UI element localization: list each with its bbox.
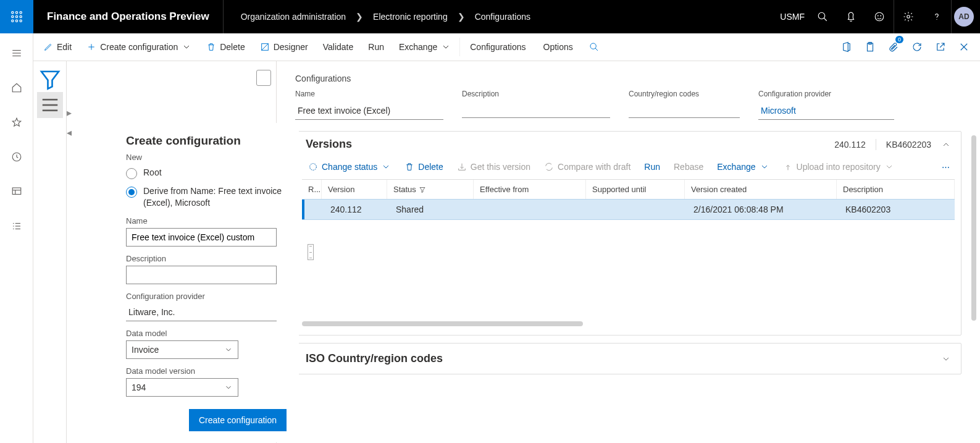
section-title: Configurations xyxy=(295,74,961,83)
create-config-submit-button[interactable]: Create configuration xyxy=(189,409,287,431)
hamburger-icon[interactable] xyxy=(0,42,33,64)
close-icon[interactable] xyxy=(953,33,975,61)
options-tab[interactable]: Options xyxy=(535,33,582,61)
office-icon[interactable] xyxy=(836,33,858,61)
change-status-button[interactable]: Change status xyxy=(302,159,397,174)
compare-button[interactable]: Compare with draft xyxy=(538,159,637,174)
data-model-label: Data model xyxy=(126,329,287,338)
app-launcher-icon[interactable] xyxy=(0,0,33,33)
gear-icon[interactable] xyxy=(894,0,923,33)
status-icon xyxy=(308,162,318,172)
radio-icon xyxy=(126,187,137,198)
designer-button[interactable]: Designer xyxy=(253,33,316,61)
svg-point-3 xyxy=(12,15,14,17)
table-row[interactable]: 240.112 Shared 2/16/2021 06:08:48 PM KB4… xyxy=(302,199,955,220)
filter-icon[interactable] xyxy=(37,66,63,92)
svg-point-7 xyxy=(15,20,17,22)
delete-button[interactable]: Delete xyxy=(398,159,449,174)
column-header[interactable]: Version xyxy=(322,180,387,199)
provider-label: Configuration provider xyxy=(758,90,894,98)
name-value[interactable]: Free text invoice (Excel) xyxy=(295,103,443,120)
more-icon[interactable]: ⋯ xyxy=(937,162,955,172)
tree-expand-icon[interactable]: ▸ xyxy=(67,107,80,119)
clipboard-icon[interactable] xyxy=(859,33,881,61)
attachments-icon[interactable]: 0 xyxy=(882,33,905,61)
column-header[interactable]: R... xyxy=(302,180,322,199)
svg-point-0 xyxy=(12,12,14,14)
refresh-icon[interactable] xyxy=(906,33,928,61)
tree-search-box[interactable] xyxy=(256,70,271,86)
breadcrumb-item[interactable]: Electronic reporting xyxy=(373,12,448,22)
data-model-select[interactable]: Invoice xyxy=(126,340,238,359)
panel-group: New xyxy=(126,153,287,162)
refresh-icon xyxy=(544,162,554,172)
svg-point-8 xyxy=(20,20,22,22)
help-icon[interactable] xyxy=(923,0,951,33)
iso-title: ISO Country/region codes xyxy=(306,352,443,365)
svg-point-41 xyxy=(310,164,317,171)
filter-icon xyxy=(419,186,426,193)
list-icon[interactable] xyxy=(37,92,63,118)
actionbar-search-icon[interactable] xyxy=(582,33,606,61)
provider-link[interactable]: Microsoft xyxy=(758,103,894,120)
description-label: Description xyxy=(462,90,610,98)
column-header[interactable]: Supported until xyxy=(586,180,685,199)
splitter-handle[interactable] xyxy=(308,244,314,260)
chevron-down-icon xyxy=(381,162,391,172)
versions-title: Versions xyxy=(306,138,352,151)
create-config-button[interactable]: Create configuration xyxy=(79,33,199,61)
avatar[interactable]: AD xyxy=(954,7,974,27)
svg-line-33 xyxy=(595,48,598,51)
run-button[interactable]: Run xyxy=(638,159,666,174)
run-button[interactable]: Run xyxy=(361,33,392,61)
description-value[interactable] xyxy=(462,103,610,118)
tree-expand-icon[interactable]: ◂ xyxy=(67,127,80,138)
company-code[interactable]: USMF xyxy=(780,12,808,22)
name-label: Name xyxy=(295,90,443,98)
radio-derive[interactable]: Derive from Name: Free text invoice (Exc… xyxy=(126,185,287,209)
column-header[interactable]: Effective from xyxy=(474,180,586,199)
smiley-icon[interactable] xyxy=(865,0,894,33)
edit-button[interactable]: Edit xyxy=(36,33,79,61)
svg-point-15 xyxy=(936,19,937,20)
delete-button[interactable]: Delete xyxy=(199,33,252,61)
column-header[interactable]: Version created xyxy=(685,180,837,199)
radio-root[interactable]: Root xyxy=(126,167,287,179)
chevron-down-icon[interactable] xyxy=(941,354,951,364)
recent-icon[interactable] xyxy=(0,146,33,168)
chevron-down-icon xyxy=(760,162,769,172)
exchange-menu[interactable]: Exchange xyxy=(392,33,458,61)
name-input[interactable] xyxy=(126,228,277,247)
column-header[interactable]: Description xyxy=(837,180,955,199)
modules-icon[interactable] xyxy=(0,215,33,237)
breadcrumb-item[interactable]: Organization administration xyxy=(241,12,346,22)
name-label: Name xyxy=(126,216,287,226)
star-icon[interactable] xyxy=(0,111,33,133)
vertical-scrollbar[interactable] xyxy=(971,135,976,327)
exchange-menu[interactable]: Exchange xyxy=(711,159,775,174)
codes-value[interactable] xyxy=(629,103,740,118)
codes-label: Country/region codes xyxy=(629,90,740,98)
bell-icon[interactable] xyxy=(837,0,865,33)
dm-version-label: Data model version xyxy=(126,366,287,376)
chevron-up-icon[interactable] xyxy=(941,140,951,150)
radio-icon xyxy=(126,168,137,179)
get-version-button[interactable]: Get this version xyxy=(451,159,537,174)
search-icon[interactable] xyxy=(808,0,837,33)
popout-icon[interactable] xyxy=(929,33,952,61)
description-input[interactable] xyxy=(126,266,277,284)
plus-icon xyxy=(86,42,96,52)
workspace-icon[interactable] xyxy=(0,180,33,203)
rebase-button[interactable]: Rebase xyxy=(668,159,710,174)
svg-point-13 xyxy=(881,15,881,16)
svg-point-1 xyxy=(15,12,17,14)
upload-button[interactable]: Upload into repository xyxy=(777,159,900,174)
configurations-tab[interactable]: Configurations xyxy=(461,33,534,61)
description-label: Description xyxy=(126,254,287,263)
breadcrumb-item[interactable]: Configurations xyxy=(475,12,530,22)
home-icon[interactable] xyxy=(0,77,33,99)
column-header[interactable]: Status xyxy=(387,180,474,199)
validate-button[interactable]: Validate xyxy=(316,33,361,61)
dm-version-select[interactable]: 194 xyxy=(126,378,238,397)
horizontal-scrollbar[interactable] xyxy=(302,321,955,327)
